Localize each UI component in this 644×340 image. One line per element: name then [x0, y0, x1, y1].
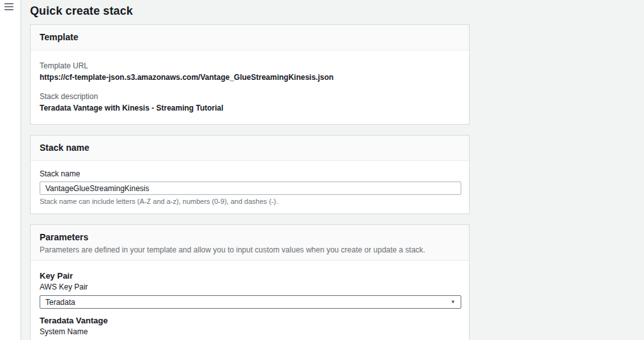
stack-name-help-text: Stack name can include letters (A-Z and … [40, 197, 460, 206]
stack-description-label: Stack description [40, 92, 460, 101]
teradata-vantage-group-title: Teradata Vantage [40, 316, 460, 325]
parameters-section-body: Key Pair AWS Key Pair Teradata ▼ Teradat… [31, 261, 469, 340]
collapsed-sidebar [0, 0, 21, 340]
key-pair-select[interactable]: Teradata ▼ [40, 295, 461, 309]
stack-name-input[interactable] [40, 182, 461, 195]
parameters-section-description: Parameters are defined in your template … [40, 245, 460, 254]
template-section-header: Template [31, 25, 469, 50]
parameters-section-title: Parameters [40, 232, 460, 243]
caret-down-icon: ▼ [450, 300, 456, 305]
hamburger-icon [4, 3, 14, 13]
stack-name-section: Stack name Stack name Stack name can inc… [30, 135, 470, 214]
stack-description-field: Stack description Teradata Vantage with … [40, 92, 460, 112]
stack-name-section-title: Stack name [40, 143, 460, 153]
key-pair-selected-value: Teradata [45, 298, 75, 307]
param-group-key-pair: Key Pair AWS Key Pair Teradata ▼ [40, 271, 460, 309]
template-section-title: Template [40, 32, 460, 43]
content-column: Template Template URL https://cf-templat… [30, 24, 470, 340]
template-section: Template Template URL https://cf-templat… [30, 24, 470, 125]
aws-key-pair-label: AWS Key Pair [40, 282, 460, 291]
stack-description-value: Teradata Vantage with Kinesis - Streamin… [40, 104, 460, 112]
parameters-section: Parameters Parameters are defined in you… [30, 224, 470, 340]
stack-name-section-header: Stack name [31, 135, 469, 161]
stack-name-section-body: Stack name Stack name can include letter… [31, 161, 469, 213]
template-url-field: Template URL https://cf-template-json.s3… [40, 61, 460, 82]
stack-name-label: Stack name [40, 169, 460, 178]
template-url-label: Template URL [40, 61, 460, 70]
page-title: Quick create stack [30, 3, 644, 19]
main-content: Quick create stack Template Template URL… [22, 0, 644, 340]
template-url-value: https://cf-template-json.s3.amazonaws.co… [40, 73, 460, 82]
system-name-label: System Name [40, 327, 460, 336]
param-group-teradata-vantage: Teradata Vantage System Name [40, 316, 460, 340]
menu-button[interactable] [0, 0, 14, 11]
template-section-body: Template URL https://cf-template-json.s3… [31, 50, 469, 124]
parameters-section-header: Parameters Parameters are defined in you… [31, 225, 469, 261]
key-pair-group-title: Key Pair [40, 271, 460, 281]
